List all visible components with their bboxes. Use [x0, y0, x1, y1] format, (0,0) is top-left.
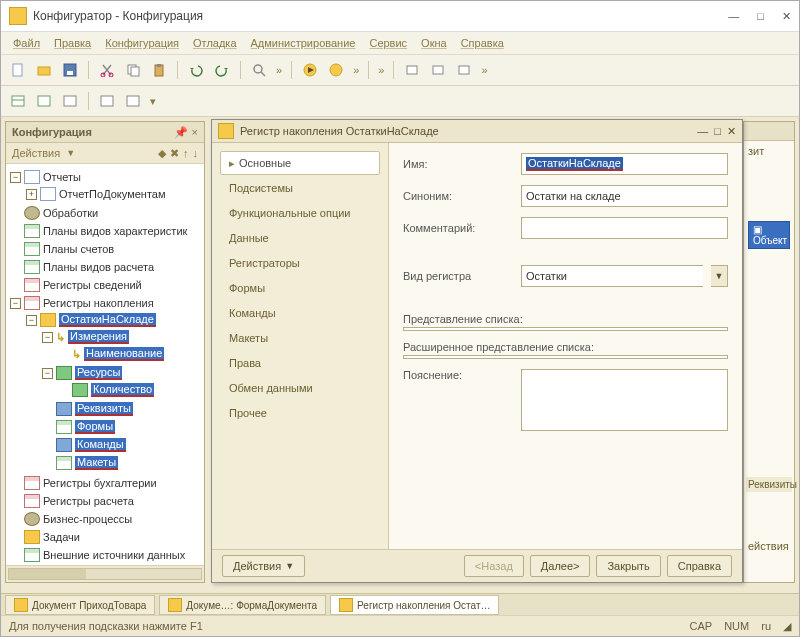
menu-file[interactable]: Файл: [13, 37, 40, 49]
explain-textarea[interactable]: [521, 369, 728, 431]
tb2-b-icon[interactable]: [33, 90, 55, 112]
tree-accum-registers[interactable]: Регистры накопления: [43, 297, 154, 309]
tree-acc-registers[interactable]: Регистры бухгалтерии: [43, 477, 157, 489]
toolbar-overflow-2[interactable]: »: [351, 64, 361, 76]
tree-name-dim[interactable]: Наименование: [84, 347, 164, 361]
tree-toggle[interactable]: +: [26, 189, 37, 200]
wintab-doc-form[interactable]: Докуме…: ФормаДокумента: [159, 595, 326, 615]
save-icon[interactable]: [59, 59, 81, 81]
cut-icon[interactable]: [96, 59, 118, 81]
copy-icon[interactable]: [122, 59, 144, 81]
tree-toggle[interactable]: −: [26, 315, 37, 326]
panel-close-icon[interactable]: ×: [192, 126, 198, 138]
tab-rights[interactable]: Права: [220, 351, 380, 375]
wintab-doc-prihod[interactable]: Документ ПриходТовара: [5, 595, 155, 615]
open-icon[interactable]: [33, 59, 55, 81]
tree-templates[interactable]: Макеты: [75, 456, 118, 470]
regtype-select[interactable]: Остатки: [521, 265, 703, 287]
new-icon[interactable]: [7, 59, 29, 81]
maximize-button[interactable]: □: [757, 10, 764, 23]
tool-c-icon[interactable]: [453, 59, 475, 81]
tool-b-icon[interactable]: [427, 59, 449, 81]
panel-tool-d-icon[interactable]: ↓: [193, 147, 199, 160]
tree-external-ds[interactable]: Внешние источники данных: [43, 549, 185, 561]
tab-subsystems[interactable]: Подсистемы: [220, 176, 380, 200]
tab-commands[interactable]: Команды: [220, 301, 380, 325]
tree-toggle[interactable]: −: [42, 332, 53, 343]
panel-tool-c-icon[interactable]: ↑: [183, 147, 189, 160]
tab-registrators[interactable]: Регистраторы: [220, 251, 380, 275]
editor-minimize-icon[interactable]: —: [697, 125, 708, 138]
toolbar-overflow-4[interactable]: »: [479, 64, 489, 76]
toolbar-overflow-1[interactable]: »: [274, 64, 284, 76]
menu-config[interactable]: Конфигурация: [105, 37, 179, 49]
tree-tasks[interactable]: Задачи: [43, 531, 80, 543]
tb2-overflow[interactable]: ▾: [148, 95, 158, 108]
menu-help[interactable]: Справка: [461, 37, 504, 49]
panel-tool-b-icon[interactable]: ✖: [170, 147, 179, 160]
regtype-dropdown-icon[interactable]: ▼: [711, 265, 728, 287]
minimize-button[interactable]: —: [728, 10, 739, 23]
footer-actions-button[interactable]: Действия ▼: [222, 555, 305, 577]
tree-calc-plans[interactable]: Планы видов расчета: [43, 261, 154, 273]
tb2-e-icon[interactable]: [122, 90, 144, 112]
tree-ostatki-na-sklade[interactable]: ОстаткиНаСкладе: [59, 313, 156, 327]
tool-a-icon[interactable]: [401, 59, 423, 81]
debug-icon[interactable]: [325, 59, 347, 81]
next-button[interactable]: Далее>: [530, 555, 591, 577]
tab-func-options[interactable]: Функциональные опции: [220, 201, 380, 225]
tb2-c-icon[interactable]: [59, 90, 81, 112]
tab-exchange[interactable]: Обмен данными: [220, 376, 380, 400]
menu-service[interactable]: Сервис: [369, 37, 407, 49]
tree-business-processes[interactable]: Бизнес-процессы: [43, 513, 132, 525]
menu-windows[interactable]: Окна: [421, 37, 447, 49]
config-panel-actions[interactable]: Действия ▼ ◆ ✖ ↑ ↓: [6, 143, 204, 164]
wintab-register[interactable]: Регистр накопления Остат…: [330, 595, 499, 615]
toolbar-overflow-3[interactable]: »: [376, 64, 386, 76]
tb2-d-icon[interactable]: [96, 90, 118, 112]
tree-account-plans[interactable]: Планы счетов: [43, 243, 114, 255]
menu-edit[interactable]: Правка: [54, 37, 91, 49]
editor-maximize-icon[interactable]: □: [714, 125, 721, 138]
tree-report-by-docs[interactable]: ОтчетПоДокументам: [59, 188, 166, 200]
synonym-input[interactable]: Остатки на складе: [521, 185, 728, 207]
tree-calc-registers[interactable]: Регистры расчета: [43, 495, 134, 507]
tree-attributes[interactable]: Реквизиты: [75, 402, 133, 416]
close-button[interactable]: ✕: [782, 10, 791, 23]
tab-other[interactable]: Прочее: [220, 401, 380, 425]
back-button[interactable]: <Назад: [464, 555, 524, 577]
listrep-input[interactable]: [403, 327, 728, 331]
tree-toggle[interactable]: −: [10, 298, 21, 309]
tree-forms[interactable]: Формы: [75, 420, 115, 434]
tree-char-plans[interactable]: Планы видов характеристик: [43, 225, 187, 237]
paste-icon[interactable]: [148, 59, 170, 81]
config-tree[interactable]: −Отчеты +ОтчетПоДокументам Обработки Пла…: [6, 164, 204, 565]
help-button[interactable]: Справка: [667, 555, 732, 577]
tree-quantity[interactable]: Количество: [91, 383, 154, 397]
tab-forms[interactable]: Формы: [220, 276, 380, 300]
redo-icon[interactable]: [211, 59, 233, 81]
tree-processings[interactable]: Обработки: [43, 207, 98, 219]
close-editor-button[interactable]: Закрыть: [596, 555, 660, 577]
status-resize-grip-icon[interactable]: ◢: [783, 620, 791, 633]
tree-reports[interactable]: Отчеты: [43, 171, 81, 183]
tree-toggle[interactable]: −: [42, 368, 53, 379]
panel-hscrollbar[interactable]: [6, 565, 204, 582]
tree-commands[interactable]: Команды: [75, 438, 126, 452]
panel-pin-icon[interactable]: 📌: [174, 126, 188, 139]
editor-titlebar[interactable]: Регистр накопления ОстаткиНаСкладе — □ ✕: [212, 120, 742, 143]
run-icon[interactable]: [299, 59, 321, 81]
tab-templates[interactable]: Макеты: [220, 326, 380, 350]
tab-main[interactable]: ▸Основные: [220, 151, 380, 175]
tree-info-registers[interactable]: Регистры сведений: [43, 279, 142, 291]
tree-toggle[interactable]: −: [10, 172, 21, 183]
undo-icon[interactable]: [185, 59, 207, 81]
panel-tool-a-icon[interactable]: ◆: [158, 147, 166, 160]
editor-close-icon[interactable]: ✕: [727, 125, 736, 138]
name-input[interactable]: ОстаткиНаСкладе: [521, 153, 728, 175]
tree-resources[interactable]: Ресурсы: [75, 366, 122, 380]
tree-dimensions[interactable]: Измерения: [68, 330, 129, 344]
extlistrep-input[interactable]: [403, 355, 728, 359]
tab-data[interactable]: Данные: [220, 226, 380, 250]
object-badge[interactable]: ▣ Объект: [748, 221, 790, 249]
